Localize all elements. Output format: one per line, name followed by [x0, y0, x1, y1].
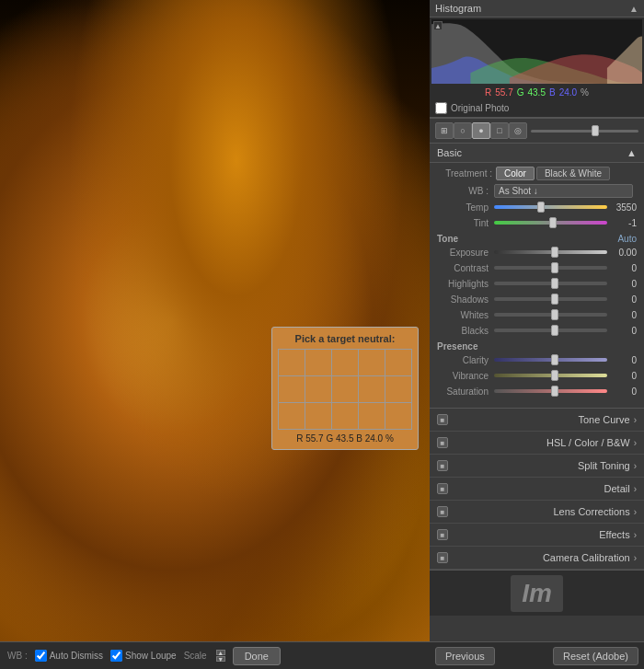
vibrance-slider-wrap[interactable]	[494, 369, 607, 382]
temp-slider-wrap[interactable]	[494, 201, 607, 213]
hsl-arrow-icon: ›	[634, 438, 637, 448]
tool-ring-btn[interactable]: ◎	[509, 122, 527, 139]
detail-panel[interactable]: ■ Detail ›	[430, 478, 644, 501]
neutral-cell[interactable]	[385, 403, 411, 429]
clarity-thumb[interactable]	[551, 354, 558, 365]
clarity-value: 0	[607, 355, 637, 365]
blacks-thumb[interactable]	[551, 325, 558, 336]
wb-row: WB : As Shot ↓	[437, 184, 637, 198]
done-button[interactable]: Done	[233, 647, 281, 665]
neutral-cell[interactable]	[385, 376, 411, 402]
circle-icon: ○	[460, 126, 465, 135]
temp-row: Temp 3550	[437, 201, 637, 213]
show-loupe-checkbox[interactable]	[110, 650, 122, 662]
camera-calibration-panel[interactable]: ■ Camera Calibration ›	[430, 547, 644, 570]
neutral-picker-grid[interactable]	[278, 349, 412, 430]
neutral-cell[interactable]	[359, 403, 385, 429]
neutral-cell[interactable]	[359, 350, 385, 375]
camera-calibration-label: Camera Calibration	[454, 552, 630, 563]
reset-button[interactable]: Reset (Adobe)	[553, 647, 638, 665]
wb-dropdown[interactable]: As Shot ↓	[494, 184, 633, 198]
whites-label: Whites	[437, 310, 494, 320]
tint-thumb[interactable]	[549, 217, 557, 228]
split-toning-arrow-icon: ›	[634, 461, 637, 471]
tone-curve-panel[interactable]: ■ Tone Curve ›	[430, 409, 644, 432]
vibrance-row: Vibrance 0	[437, 369, 637, 382]
highlights-slider-wrap[interactable]	[494, 277, 607, 290]
histogram-corner-btn[interactable]: ▲	[433, 21, 443, 30]
split-toning-toggle[interactable]: ■	[437, 460, 448, 471]
tone-curve-label: Tone Curve	[454, 414, 630, 425]
tone-auto-btn[interactable]: Auto	[617, 234, 637, 244]
lens-corrections-arrow-icon: ›	[634, 507, 637, 517]
tint-slider-wrap[interactable]	[494, 216, 607, 229]
neutral-cell[interactable]	[332, 376, 358, 402]
hsl-toggle[interactable]: ■	[437, 437, 448, 448]
saturation-thumb[interactable]	[551, 386, 558, 397]
neutral-cell[interactable]	[279, 350, 305, 375]
tool-slider-thumb[interactable]	[592, 125, 599, 136]
bottom-wb-label: WB :	[7, 651, 28, 661]
exposure-slider-wrap[interactable]	[494, 246, 607, 259]
neutral-cell[interactable]	[305, 403, 331, 429]
bottom-right: Previous Reset (Adobe)	[430, 647, 644, 665]
tint-row: Tint -1	[437, 216, 637, 229]
auto-dismiss-checkbox[interactable]	[35, 650, 47, 662]
neutral-cell[interactable]	[305, 376, 331, 402]
vibrance-thumb[interactable]	[551, 370, 558, 381]
contrast-slider-wrap[interactable]	[494, 261, 607, 274]
photo-background	[0, 0, 430, 641]
previous-button[interactable]: Previous	[435, 647, 495, 665]
detail-toggle[interactable]: ■	[437, 483, 448, 494]
clarity-slider-wrap[interactable]	[494, 353, 607, 366]
neutral-cell[interactable]	[332, 350, 358, 375]
effects-toggle[interactable]: ■	[437, 529, 448, 540]
tint-label: Tint	[437, 218, 494, 228]
neutral-cell[interactable]	[332, 403, 358, 429]
whites-thumb[interactable]	[551, 309, 558, 320]
tool-circle-btn[interactable]: ○	[454, 122, 472, 139]
effects-panel[interactable]: ■ Effects ›	[430, 524, 644, 547]
histogram-header: Histogram ▲	[430, 0, 644, 17]
neutral-picker-popup[interactable]: Pick a target neutral: R 55.7 G 43.5 B 2…	[271, 327, 419, 450]
histogram-section: Histogram ▲ ▲	[430, 0, 644, 119]
exposure-thumb[interactable]	[551, 247, 558, 258]
lens-corrections-label: Lens Corrections	[454, 506, 630, 517]
shadows-slider-wrap[interactable]	[494, 293, 607, 306]
shadows-thumb[interactable]	[551, 294, 558, 305]
contrast-thumb[interactable]	[551, 262, 558, 273]
square-icon: □	[497, 126, 501, 135]
split-toning-panel[interactable]: ■ Split Toning ›	[430, 455, 644, 478]
basic-section-header[interactable]: Basic ▲	[430, 144, 644, 163]
neutral-cell[interactable]	[305, 350, 331, 375]
tone-subsection: Tone Auto	[437, 234, 637, 244]
color-treatment-btn[interactable]: Color	[496, 167, 535, 180]
lens-corrections-panel[interactable]: ■ Lens Corrections ›	[430, 501, 644, 524]
bw-treatment-btn[interactable]: Black & White	[536, 167, 610, 180]
hsl-panel[interactable]: ■ HSL / Color / B&W ›	[430, 432, 644, 455]
camera-calibration-toggle[interactable]: ■	[437, 552, 448, 563]
lens-corrections-toggle[interactable]: ■	[437, 506, 448, 517]
wb-label: WB :	[437, 186, 494, 196]
temp-thumb[interactable]	[537, 202, 545, 213]
neutral-cell[interactable]	[279, 376, 305, 402]
scale-stepper[interactable]: ▲ ▼	[216, 650, 225, 662]
tool-circle-fill-btn[interactable]: ●	[472, 122, 490, 139]
neutral-cell[interactable]	[279, 403, 305, 429]
scale-up-btn[interactable]: ▲	[216, 650, 225, 655]
scale-down-btn[interactable]: ▼	[216, 656, 225, 662]
highlights-value: 0	[607, 279, 637, 289]
saturation-slider-wrap[interactable]	[494, 385, 607, 398]
tool-slider-track[interactable]	[531, 130, 638, 133]
original-photo-checkbox[interactable]	[435, 102, 447, 114]
tone-curve-toggle[interactable]: ■	[437, 414, 448, 425]
develop-panels[interactable]: Basic ▲ Treatment : Color Black & White …	[430, 144, 644, 641]
tool-square-btn[interactable]: □	[490, 122, 509, 139]
neutral-cell[interactable]	[385, 350, 411, 375]
tool-grid-btn[interactable]: ⊞	[435, 122, 454, 139]
blacks-slider-wrap[interactable]	[494, 324, 607, 337]
whites-slider-wrap[interactable]	[494, 308, 607, 321]
highlights-thumb[interactable]	[551, 278, 558, 289]
neutral-cell[interactable]	[359, 376, 385, 402]
photo-panel: Pick a target neutral: R 55.7 G 43.5 B 2…	[0, 0, 430, 641]
